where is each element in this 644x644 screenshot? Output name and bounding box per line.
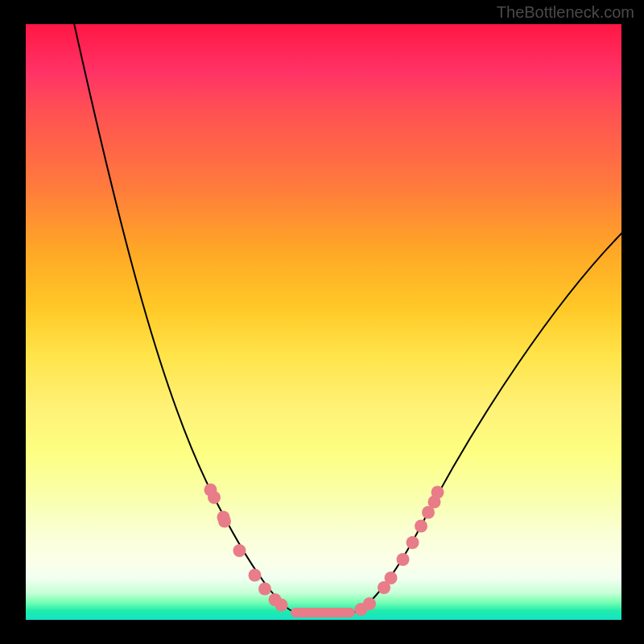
data-marker [415, 520, 427, 533]
data-marker [407, 536, 419, 549]
data-marker [218, 515, 231, 528]
data-marker [249, 569, 262, 582]
marker-group-right [355, 486, 444, 617]
data-marker [233, 544, 246, 557]
data-marker [431, 486, 444, 499]
data-marker [275, 599, 288, 612]
data-marker [258, 583, 271, 596]
data-marker [363, 597, 376, 610]
data-marker [208, 491, 221, 504]
data-marker [385, 572, 398, 584]
chart-svg [26, 24, 621, 620]
bottleneck-curve [72, 16, 625, 613]
data-marker [397, 553, 410, 566]
watermark: TheBottleneck.com [497, 3, 634, 22]
marker-group-left [204, 484, 288, 612]
chart-plot-area [26, 24, 621, 620]
